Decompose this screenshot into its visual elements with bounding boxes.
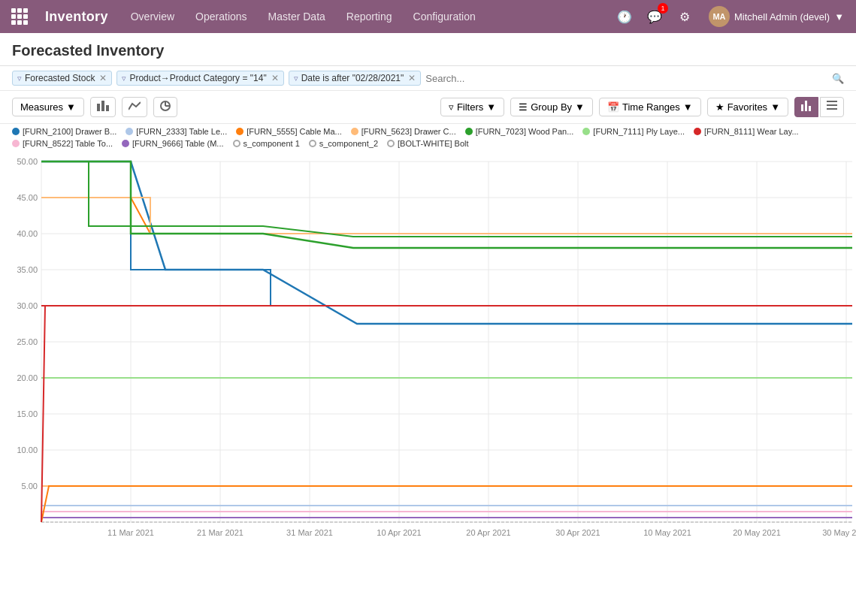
nav-overview[interactable]: Overview xyxy=(120,0,185,33)
legend-label-4: [FURN_5623] Drawer C... xyxy=(361,127,456,136)
legend-label-3: [FURN_5555] Cable Ma... xyxy=(247,127,342,136)
svg-rect-0 xyxy=(97,104,100,111)
svg-text:10 May 2021: 10 May 2021 xyxy=(643,528,691,537)
legend-label-5: [FURN_7023] Wood Pan... xyxy=(476,127,574,136)
legend-label-9: [FURN_9666] Table (M... xyxy=(132,139,223,148)
measures-label: Measures xyxy=(20,101,63,113)
svg-text:5.00: 5.00 xyxy=(22,482,38,491)
filters-dropdown-button[interactable]: ▿ Filters ▼ xyxy=(440,98,504,116)
legend-label-8: [FURN_8522] Table To... xyxy=(23,139,113,148)
legend-item-4: [FURN_5623] Drawer C... xyxy=(351,127,456,136)
bar-chart-button[interactable] xyxy=(90,97,116,117)
svg-rect-11 xyxy=(827,108,837,110)
filter-label-3: Date is after "02/28/2021" xyxy=(301,73,404,83)
svg-text:10.00: 10.00 xyxy=(17,445,38,454)
list-view-button[interactable] xyxy=(820,97,844,117)
filter-tag-forecasted-stock: ▿ Forecasted Stock ✕ xyxy=(12,71,112,86)
search-box xyxy=(425,73,827,84)
legend-color-1 xyxy=(12,128,20,135)
legend-label-12: [BOLT-WHITE] Bolt xyxy=(398,139,469,148)
page-title: Forecasted Inventory xyxy=(12,42,164,59)
legend-item-3: [FURN_5555] Cable Ma... xyxy=(236,127,342,136)
nav-reporting[interactable]: Reporting xyxy=(336,0,403,33)
legend-item-10: s_component 1 xyxy=(233,139,300,148)
user-name: Mitchell Admin (devel) xyxy=(734,11,830,23)
svg-text:30 Apr 2021: 30 Apr 2021 xyxy=(555,528,600,537)
settings-icon[interactable]: ⚙ xyxy=(673,5,697,29)
filters-chevron: ▼ xyxy=(486,101,496,113)
svg-text:25.00: 25.00 xyxy=(17,337,38,346)
chart-view-button[interactable] xyxy=(794,97,818,117)
svg-text:35.00: 35.00 xyxy=(17,265,38,274)
favorites-dropdown-button[interactable]: ★ Favorites ▼ xyxy=(707,98,788,116)
view-toggle xyxy=(794,97,844,117)
svg-rect-7 xyxy=(805,101,807,111)
legend-item-8: [FURN_8522] Table To... xyxy=(12,139,113,148)
time-ranges-chevron: ▼ xyxy=(683,101,693,113)
top-navbar: Inventory Overview Operations Master Dat… xyxy=(0,0,856,33)
svg-text:45.00: 45.00 xyxy=(17,193,38,202)
legend-label-10: s_component 1 xyxy=(243,139,300,148)
filter-icon-3: ▿ xyxy=(294,74,298,83)
legend-label-11: s_component_2 xyxy=(319,139,378,148)
legend-color-10 xyxy=(233,140,240,147)
search-button[interactable]: 🔍 xyxy=(832,73,844,84)
measures-chevron-icon: ▼ xyxy=(66,101,76,113)
svg-rect-2 xyxy=(106,105,109,111)
line-chart-button[interactable] xyxy=(122,97,147,117)
toolbar: Measures ▼ ▿ Filters ▼ ☰ Group By ▼ 📅 Ti… xyxy=(0,91,856,124)
svg-text:30 May 2021: 30 May 2021 xyxy=(822,528,856,537)
search-input[interactable] xyxy=(425,73,827,84)
svg-rect-6 xyxy=(801,104,803,111)
legend-color-4 xyxy=(351,128,358,135)
filter-remove-2[interactable]: ✕ xyxy=(271,73,279,83)
pie-chart-button[interactable] xyxy=(153,97,177,117)
group-by-icon: ☰ xyxy=(519,101,528,113)
filter-bar: ▿ Forecasted Stock ✕ ▿ Product→Product C… xyxy=(0,66,856,91)
app-title: Inventory xyxy=(33,9,120,25)
nav-operations[interactable]: Operations xyxy=(185,0,257,33)
svg-text:20 May 2021: 20 May 2021 xyxy=(733,528,781,537)
legend-item-7: [FURN_8111] Wear Lay... xyxy=(694,127,799,136)
forecast-chart: .grid-line { stroke: #e8e8e8; stroke-wid… xyxy=(0,154,856,545)
favorites-chevron: ▼ xyxy=(770,101,780,113)
legend-label-2: [FURN_2333] Table Le... xyxy=(136,127,227,136)
page-header: Forecasted Inventory xyxy=(0,33,856,66)
nav-configuration[interactable]: Configuration xyxy=(403,0,486,33)
svg-rect-9 xyxy=(827,101,837,102)
legend-item-1: [FURN_2100] Drawer B... xyxy=(12,127,116,136)
svg-text:31 Mar 2021: 31 Mar 2021 xyxy=(286,528,333,537)
svg-text:15.00: 15.00 xyxy=(17,409,38,418)
star-icon: ★ xyxy=(715,101,724,113)
legend-color-9 xyxy=(122,140,129,147)
filter-tag-date: ▿ Date is after "02/28/2021" ✕ xyxy=(289,71,422,86)
filters-label: Filters xyxy=(457,101,483,113)
user-dropdown-chevron: ▼ xyxy=(834,11,844,23)
svg-text:40.00: 40.00 xyxy=(17,229,38,238)
filter-remove-1[interactable]: ✕ xyxy=(99,73,107,83)
clock-icon[interactable]: 🕐 xyxy=(613,5,637,29)
legend-item-9: [FURN_9666] Table (M... xyxy=(122,139,223,148)
chat-icon[interactable]: 💬 1 xyxy=(643,5,667,29)
apps-menu-button[interactable] xyxy=(6,0,33,33)
group-by-dropdown-button[interactable]: ☰ Group By ▼ xyxy=(510,98,593,116)
filters-icon: ▿ xyxy=(449,101,454,113)
svg-rect-10 xyxy=(827,104,837,106)
group-by-chevron: ▼ xyxy=(575,101,585,113)
legend-label-7: [FURN_8111] Wear Lay... xyxy=(704,127,799,136)
filter-icon-1: ▿ xyxy=(17,74,22,83)
filter-icon-2: ▿ xyxy=(122,74,126,83)
legend-color-12 xyxy=(387,140,395,147)
legend-color-3 xyxy=(236,128,243,135)
main-nav: Overview Operations Master Data Reportin… xyxy=(120,0,613,33)
legend-color-8 xyxy=(12,140,20,147)
legend-label-6: [FURN_7111] Ply Laye... xyxy=(593,127,685,136)
measures-dropdown-button[interactable]: Measures ▼ xyxy=(12,98,84,116)
svg-text:50.00: 50.00 xyxy=(17,157,38,166)
user-menu-button[interactable]: MA Mitchell Admin (devel) ▼ xyxy=(703,6,850,27)
legend-item-11: s_component_2 xyxy=(309,139,378,148)
nav-master-data[interactable]: Master Data xyxy=(258,0,336,33)
filter-remove-3[interactable]: ✕ xyxy=(408,73,416,83)
time-ranges-dropdown-button[interactable]: 📅 Time Ranges ▼ xyxy=(599,98,701,116)
legend-item-12: [BOLT-WHITE] Bolt xyxy=(387,139,469,148)
